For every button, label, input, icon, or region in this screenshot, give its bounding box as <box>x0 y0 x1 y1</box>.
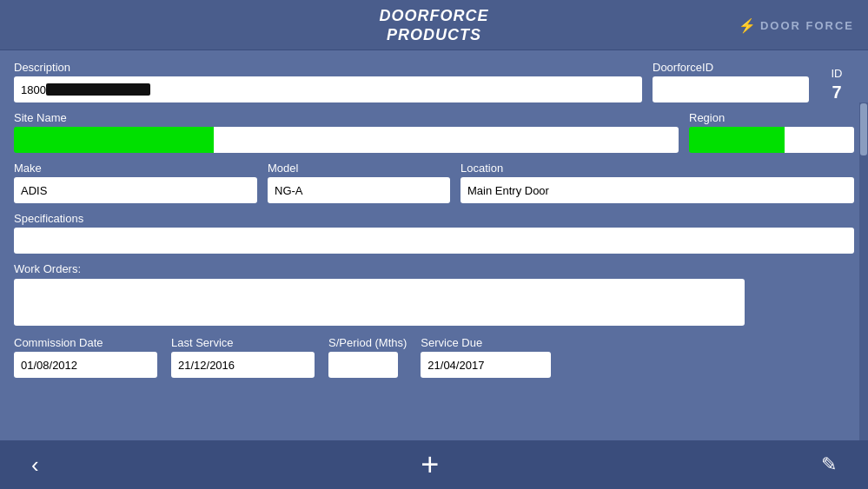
commission-date-input[interactable] <box>14 352 157 378</box>
header: DOORFORCE PRODUCTS ⚡ DOOR FORCE <box>0 0 868 50</box>
make-label: Make <box>14 162 257 175</box>
row-description: Description 1800 DoorforceID ID 7 <box>14 61 854 102</box>
specs-label: Specifications <box>14 212 854 225</box>
id-label: ID <box>832 67 843 80</box>
region-green-part <box>689 127 785 153</box>
scrollbar-thumb[interactable] <box>860 103 867 155</box>
commission-date-group: Commission Date <box>14 336 157 378</box>
service-due-input[interactable] <box>421 352 551 378</box>
location-input[interactable] <box>461 177 854 203</box>
site-name-label: Site Name <box>14 111 679 124</box>
service-due-group: Service Due <box>421 336 551 378</box>
work-orders-section: Work Orders: <box>14 262 854 329</box>
model-input[interactable] <box>268 177 450 203</box>
row-make-model-location: Make Model Location <box>14 162 854 203</box>
scrollbar[interactable] <box>859 102 868 440</box>
last-service-input[interactable] <box>171 352 315 378</box>
last-service-label: Last Service <box>171 336 315 349</box>
doorforce-id-input[interactable] <box>653 76 809 102</box>
toolbar: ‹ + ✎ <box>0 440 868 489</box>
row-dates: Commission Date Last Service S/Period (M… <box>14 336 854 378</box>
make-input[interactable] <box>14 177 257 203</box>
last-service-group: Last Service <box>171 336 315 378</box>
id-group: ID 7 <box>819 67 854 102</box>
id-value: 7 <box>832 83 841 102</box>
speriod-group: S/Period (Mths) <box>328 336 407 378</box>
add-button[interactable]: + <box>410 446 449 484</box>
location-group: Location <box>461 162 854 203</box>
work-orders-label: Work Orders: <box>14 262 854 275</box>
edit-button[interactable]: ✎ <box>811 452 847 478</box>
row-specifications: Specifications <box>14 212 854 254</box>
lightning-icon: ⚡ <box>739 17 758 33</box>
specs-input[interactable] <box>14 228 854 254</box>
form-content: Description 1800 DoorforceID ID 7 Site N… <box>0 50 868 440</box>
model-group: Model <box>268 162 450 203</box>
logo: ⚡ DOOR FORCE <box>739 17 854 33</box>
description-value: 1800 <box>21 83 46 96</box>
specs-group: Specifications <box>14 212 854 254</box>
masked-description <box>46 83 150 96</box>
speriod-label: S/Period (Mths) <box>328 336 407 349</box>
region-white-part <box>785 127 854 153</box>
speriod-input[interactable] <box>328 352 398 378</box>
site-name-green-part <box>14 127 214 153</box>
make-group: Make <box>14 162 257 203</box>
region-group: Region <box>689 111 854 153</box>
back-button[interactable]: ‹ <box>21 450 50 479</box>
commission-date-label: Commission Date <box>14 336 157 349</box>
site-name-white-part <box>214 127 679 153</box>
row-sitename: Site Name Region <box>14 111 854 153</box>
doorforce-id-group: DoorforceID <box>653 61 809 102</box>
doorforce-id-label: DoorforceID <box>653 61 809 74</box>
location-label: Location <box>461 162 854 175</box>
description-group: Description 1800 <box>14 61 642 102</box>
site-name-group: Site Name <box>14 111 679 153</box>
region-label: Region <box>689 111 854 124</box>
description-label: Description <box>14 61 642 74</box>
model-label: Model <box>268 162 450 175</box>
service-due-label: Service Due <box>421 336 551 349</box>
work-orders-input[interactable] <box>14 279 745 326</box>
